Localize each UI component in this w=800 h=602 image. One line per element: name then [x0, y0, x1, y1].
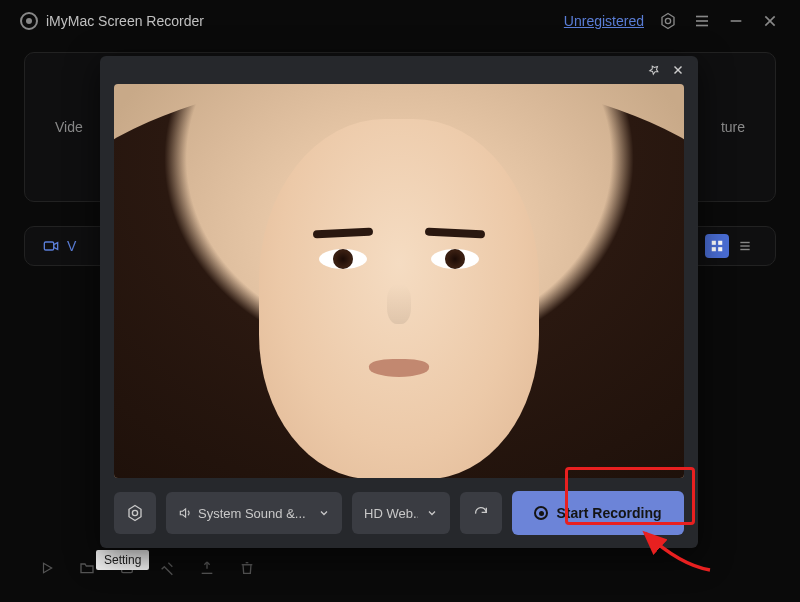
- rename-icon[interactable]: [158, 559, 176, 577]
- folder-icon[interactable]: [78, 559, 96, 577]
- pin-icon[interactable]: [646, 62, 662, 78]
- svg-point-29: [132, 510, 137, 515]
- chevron-down-icon: [426, 507, 438, 519]
- preview-settings-button[interactable]: [114, 492, 156, 534]
- speaker-icon: [178, 506, 192, 520]
- minimize-icon[interactable]: [726, 11, 746, 31]
- svg-rect-13: [718, 247, 722, 251]
- svg-rect-8: [44, 242, 53, 250]
- svg-marker-30: [180, 509, 185, 517]
- video-tab[interactable]: V: [43, 238, 76, 254]
- app-logo-icon: [20, 12, 38, 30]
- audio-source-label: System Sound &...: [178, 506, 310, 521]
- svg-rect-10: [712, 241, 716, 245]
- titlebar: iMyMac Screen Recorder Unregistered: [0, 0, 800, 42]
- camera-source-label: HD Web...: [364, 506, 418, 521]
- svg-marker-0: [662, 14, 674, 29]
- setting-tooltip: Setting: [96, 550, 149, 570]
- record-icon: [534, 506, 548, 520]
- titlebar-right: Unregistered: [564, 11, 780, 31]
- list-view-button[interactable]: [733, 234, 757, 258]
- grid-icon: [710, 239, 724, 253]
- delete-icon[interactable]: [238, 559, 256, 577]
- video-camera-icon: [43, 238, 59, 254]
- svg-marker-17: [44, 563, 52, 572]
- svg-rect-11: [718, 241, 722, 245]
- start-recording-button[interactable]: Start Recording: [512, 491, 684, 535]
- unregistered-link[interactable]: Unregistered: [564, 13, 644, 29]
- refresh-icon: [473, 505, 489, 521]
- refresh-button[interactable]: [460, 492, 502, 534]
- webcam-preview-panel: System Sound &... HD Web... Start Record…: [100, 56, 698, 548]
- settings-gear-icon[interactable]: [658, 11, 678, 31]
- start-recording-label: Start Recording: [556, 505, 661, 521]
- close-icon[interactable]: [760, 11, 780, 31]
- svg-rect-12: [712, 247, 716, 251]
- svg-point-1: [665, 18, 670, 23]
- preview-close-icon[interactable]: [670, 62, 686, 78]
- svg-marker-28: [129, 506, 141, 521]
- play-icon[interactable]: [38, 559, 56, 577]
- chevron-down-icon: [318, 507, 330, 519]
- camera-source-dropdown[interactable]: HD Web...: [352, 492, 450, 534]
- webcam-preview-image: [114, 84, 684, 478]
- preview-panel-header: [100, 56, 698, 84]
- audio-source-dropdown[interactable]: System Sound &...: [166, 492, 342, 534]
- grid-view-button[interactable]: [705, 234, 729, 258]
- preview-controls: System Sound &... HD Web... Start Record…: [100, 478, 698, 548]
- titlebar-left: iMyMac Screen Recorder: [20, 12, 204, 30]
- list-icon: [738, 239, 752, 253]
- menu-icon[interactable]: [692, 11, 712, 31]
- svg-marker-9: [54, 243, 58, 250]
- app-title: iMyMac Screen Recorder: [46, 13, 204, 29]
- video-tab-label: V: [67, 238, 76, 254]
- view-toggle: [705, 234, 757, 258]
- share-icon[interactable]: [198, 559, 216, 577]
- gear-icon: [126, 504, 144, 522]
